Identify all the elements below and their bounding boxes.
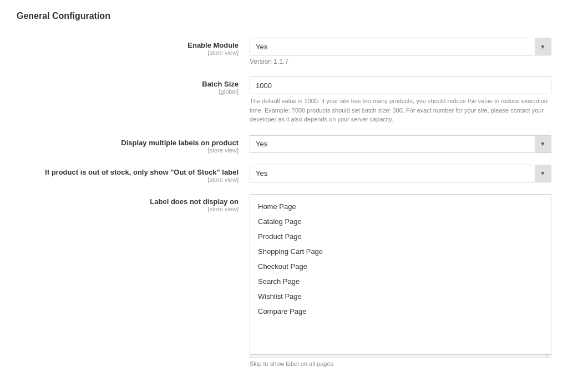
- option-home-page[interactable]: Home Page: [250, 199, 551, 214]
- enable-module-input-col: Yes No Version 1.1.7: [250, 38, 551, 65]
- out-of-stock-scope: [store view]: [17, 176, 239, 183]
- option-wishlist-page[interactable]: Wishlist Page: [250, 289, 551, 304]
- batch-size-label-col: Batch Size [global]: [17, 77, 250, 95]
- enable-module-select[interactable]: Yes No: [250, 38, 551, 55]
- batch-size-input[interactable]: [250, 77, 551, 94]
- enable-module-row: Enable Module [store view] Yes No Versio…: [17, 38, 551, 65]
- display-multiple-labels-select[interactable]: Yes No: [250, 135, 551, 153]
- display-multiple-labels-label: Display multiple labels on product: [17, 139, 239, 147]
- enable-module-label-col: Enable Module [store view]: [17, 38, 250, 56]
- out-of-stock-select[interactable]: Yes No: [250, 165, 551, 182]
- enable-module-label: Enable Module: [17, 41, 239, 49]
- out-of-stock-select-wrapper: Yes No: [250, 165, 551, 182]
- out-of-stock-label: If product is out of stock, only show "O…: [17, 168, 239, 176]
- option-checkout-page[interactable]: Checkout Page: [250, 259, 551, 274]
- enable-module-select-wrapper: Yes No: [250, 38, 551, 55]
- out-of-stock-input-col: Yes No: [250, 165, 551, 182]
- out-of-stock-row: If product is out of stock, only show "O…: [17, 165, 551, 183]
- batch-size-hint: The default value is 1000. If your site …: [250, 96, 549, 124]
- batch-size-scope: [global]: [17, 88, 239, 95]
- option-search-page[interactable]: Search Page: [250, 274, 551, 289]
- label-not-display-multiselect[interactable]: Home Page Catalog Page Product Page Shop…: [250, 194, 551, 355]
- display-multiple-labels-row: Display multiple labels on product [stor…: [17, 135, 551, 154]
- out-of-stock-label-col: If product is out of stock, only show "O…: [17, 165, 250, 183]
- resize-dots-icon: ⠿: [545, 353, 549, 359]
- form-container: Enable Module [store view] Yes No Versio…: [17, 38, 551, 367]
- option-product-page[interactable]: Product Page: [250, 229, 551, 244]
- resize-handle: ⠿: [250, 355, 551, 358]
- batch-size-input-col: The default value is 1000. If your site …: [250, 77, 551, 124]
- batch-size-label: Batch Size: [17, 80, 239, 88]
- option-shopping-cart-page[interactable]: Shopping Cart Page: [250, 244, 551, 259]
- batch-size-row: Batch Size [global] The default value is…: [17, 77, 551, 124]
- option-compare-page[interactable]: Compare Page: [250, 304, 551, 319]
- version-text: Version 1.1.7: [250, 58, 551, 65]
- label-not-display-label: Label does not display on: [17, 197, 239, 206]
- enable-module-scope: [store view]: [17, 49, 239, 56]
- display-multiple-labels-input-col: Yes No: [250, 135, 551, 153]
- label-not-display-hint: Skip to show label on all pages: [250, 360, 551, 367]
- page-title: General Configuration: [17, 11, 551, 21]
- option-catalog-page[interactable]: Catalog Page: [250, 214, 551, 229]
- display-multiple-labels-scope: [store view]: [17, 147, 239, 154]
- label-not-display-row: Label does not display on [store view] H…: [17, 194, 551, 367]
- label-not-display-label-col: Label does not display on [store view]: [17, 194, 250, 212]
- label-not-display-input-col: Home Page Catalog Page Product Page Shop…: [250, 194, 551, 367]
- display-multiple-labels-select-wrapper: Yes No: [250, 135, 551, 153]
- label-not-display-scope: [store view]: [17, 206, 239, 212]
- display-multiple-labels-label-col: Display multiple labels on product [stor…: [17, 135, 250, 154]
